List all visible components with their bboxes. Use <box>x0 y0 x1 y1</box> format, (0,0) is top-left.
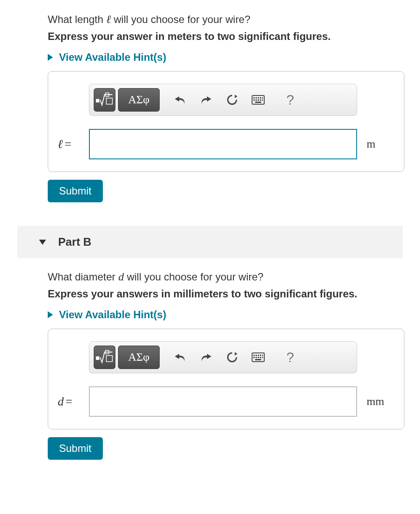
partA-question: What length ℓ will you choose for your w… <box>48 13 403 26</box>
partA-answer-input[interactable] <box>89 129 357 159</box>
undo-button[interactable] <box>168 346 192 369</box>
partB-answer-box: ΑΣφ ? d= <box>48 329 404 429</box>
svg-rect-25 <box>256 357 257 358</box>
svg-rect-9 <box>253 99 255 101</box>
equals-sign: = <box>66 395 72 408</box>
partA-var-label: ℓ= <box>58 137 89 151</box>
reset-button[interactable] <box>220 88 244 112</box>
partB-header[interactable]: Part B <box>17 226 403 258</box>
partB-answer-input[interactable] <box>89 386 357 417</box>
svg-rect-21 <box>258 355 259 356</box>
svg-rect-13 <box>262 99 263 101</box>
greek-letters-button[interactable]: ΑΣφ <box>118 346 160 369</box>
math-template-button[interactable] <box>94 88 115 112</box>
undo-button[interactable] <box>168 88 192 112</box>
reset-icon <box>226 351 238 363</box>
partB-header-label: Part B <box>58 235 92 249</box>
svg-rect-12 <box>260 99 261 101</box>
partB-instruction: Express your answers in millimeters to t… <box>48 288 403 300</box>
partA-var: ℓ <box>58 137 63 151</box>
svg-rect-4 <box>253 97 255 99</box>
undo-icon <box>174 352 186 362</box>
partB-toolbar: ΑΣφ ? <box>89 341 357 373</box>
partB-var-label: d= <box>58 395 89 409</box>
partB-hints-label: View Available Hint(s) <box>59 309 166 321</box>
svg-rect-27 <box>260 357 261 358</box>
partA-unit: m <box>367 138 375 151</box>
partA-q-pre: What length <box>48 13 106 25</box>
caret-right-icon <box>48 54 53 61</box>
redo-icon <box>200 95 212 105</box>
reset-icon <box>226 94 238 106</box>
svg-rect-24 <box>253 357 255 358</box>
partA-answer-box: ΑΣφ ? ℓ= <box>48 71 404 172</box>
help-button[interactable]: ? <box>279 346 302 369</box>
svg-rect-28 <box>262 357 263 358</box>
svg-rect-14 <box>255 102 261 103</box>
sqrt-icon <box>96 349 113 365</box>
svg-rect-8 <box>262 97 263 99</box>
svg-rect-5 <box>256 97 257 99</box>
partB-unit: mm <box>367 395 384 408</box>
partB-q-var: d <box>118 270 124 283</box>
keyboard-button[interactable] <box>246 346 270 369</box>
undo-icon <box>174 95 186 105</box>
keyboard-button[interactable] <box>246 88 270 112</box>
redo-button[interactable] <box>194 88 218 112</box>
svg-rect-17 <box>106 356 112 362</box>
partA-hints-label: View Available Hint(s) <box>59 51 166 63</box>
svg-rect-20 <box>256 355 257 356</box>
caret-down-icon <box>39 240 46 245</box>
partB-question: What diameter d will you choose for your… <box>48 270 403 283</box>
greek-letters-button[interactable]: ΑΣφ <box>118 88 160 112</box>
reset-button[interactable] <box>220 346 244 369</box>
svg-rect-23 <box>262 355 263 356</box>
partB-input-row: d= mm <box>58 386 394 417</box>
redo-button[interactable] <box>194 346 218 369</box>
partB-submit-button[interactable]: Submit <box>48 437 103 460</box>
partA-q-post: will you choose for your wire? <box>111 13 250 25</box>
keyboard-icon <box>252 353 265 362</box>
partA-q-var: ℓ <box>106 13 111 26</box>
sqrt-icon <box>96 92 113 108</box>
partA-submit-button[interactable]: Submit <box>48 180 103 202</box>
svg-rect-6 <box>258 97 259 99</box>
partA-instruction: Express your answer in meters to two sig… <box>48 30 403 43</box>
partB-hints-toggle[interactable]: View Available Hint(s) <box>48 309 403 321</box>
redo-icon <box>200 352 212 362</box>
partB-q-post: will you choose for your wire? <box>124 271 263 283</box>
keyboard-icon <box>252 95 265 105</box>
equals-sign: = <box>65 137 72 151</box>
partB-q-pre: What diameter <box>48 271 118 283</box>
help-button[interactable]: ? <box>279 88 302 112</box>
caret-right-icon <box>48 311 53 318</box>
svg-rect-10 <box>256 99 257 101</box>
svg-rect-29 <box>255 359 261 360</box>
svg-rect-15 <box>96 356 99 360</box>
svg-rect-22 <box>260 355 261 356</box>
svg-rect-19 <box>253 355 255 356</box>
svg-rect-11 <box>258 99 259 101</box>
svg-rect-26 <box>258 357 259 358</box>
partA-hints-toggle[interactable]: View Available Hint(s) <box>48 51 403 63</box>
svg-rect-7 <box>260 97 261 99</box>
partA-input-row: ℓ= m <box>58 129 394 159</box>
svg-rect-2 <box>106 98 112 104</box>
svg-rect-0 <box>96 99 99 102</box>
math-template-button[interactable] <box>94 346 115 369</box>
partB-var: d <box>58 395 64 408</box>
partA-toolbar: ΑΣφ ? <box>89 84 357 116</box>
